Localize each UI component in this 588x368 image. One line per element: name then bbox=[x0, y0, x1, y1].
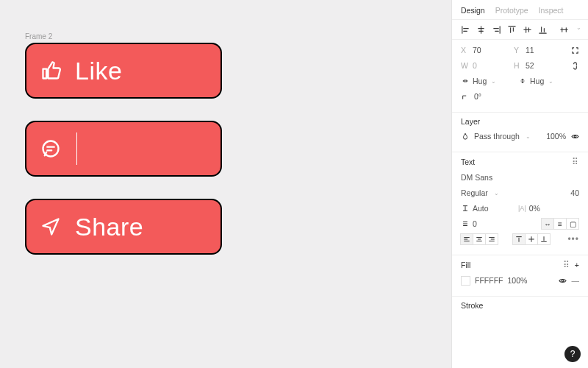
tab-inspect[interactable]: Inspect bbox=[539, 6, 564, 15]
y-label: Y bbox=[514, 46, 523, 54]
resize-h[interactable]: Hug bbox=[473, 77, 487, 85]
h-value[interactable]: 52 bbox=[526, 61, 534, 70]
resize-v[interactable]: Hug bbox=[530, 77, 544, 85]
align-tools: ⌄ bbox=[452, 20, 588, 40]
text-align-bottom-icon[interactable] bbox=[537, 233, 551, 245]
thumbs-up-icon bbox=[40, 60, 62, 82]
align-bottom-icon[interactable] bbox=[538, 24, 548, 35]
text-align-center-icon[interactable] bbox=[473, 233, 486, 245]
fill-hex[interactable]: FFFFFF bbox=[475, 276, 503, 285]
font-size[interactable]: 40 bbox=[570, 188, 579, 197]
x-label: X bbox=[461, 46, 470, 54]
like-card[interactable]: Like bbox=[25, 43, 222, 99]
x-value[interactable]: 70 bbox=[473, 46, 481, 54]
eye-icon[interactable] bbox=[570, 132, 579, 141]
abs-position-icon[interactable] bbox=[571, 46, 579, 54]
frame-section: X70 Y11 W0 H52 Hug⌄ Hug⌄ 0° bbox=[452, 40, 588, 113]
text-style-icon[interactable]: ⠿ bbox=[572, 157, 579, 167]
stroke-section: Stroke bbox=[452, 297, 588, 320]
align-right-icon[interactable] bbox=[492, 24, 501, 35]
w-label: W bbox=[461, 61, 470, 70]
y-value[interactable]: 11 bbox=[526, 46, 534, 54]
fill-opacity[interactable]: 100% bbox=[507, 276, 527, 285]
align-more-chevron[interactable]: ⌄ bbox=[576, 24, 581, 35]
like-label: Like bbox=[75, 57, 122, 85]
rotation-value[interactable]: 0° bbox=[474, 92, 481, 101]
fill-title: Fill bbox=[461, 261, 470, 269]
letter-spacing[interactable]: 0% bbox=[529, 204, 540, 213]
w-value[interactable]: 0 bbox=[473, 61, 477, 70]
fill-style-icon[interactable]: ⠿ bbox=[563, 260, 570, 270]
frame-label: Frame 2 bbox=[25, 32, 52, 40]
tab-prototype[interactable]: Prototype bbox=[495, 6, 528, 15]
text-align-left-icon[interactable] bbox=[460, 233, 473, 245]
resize-h-icon bbox=[461, 77, 470, 85]
plus-icon[interactable]: + bbox=[575, 261, 579, 269]
font-family[interactable]: DM Sans bbox=[461, 173, 492, 182]
font-weight[interactable]: Regular bbox=[461, 188, 488, 197]
text-align-v-group bbox=[513, 233, 551, 245]
chat-icon bbox=[40, 138, 62, 160]
align-hcenter-icon[interactable] bbox=[476, 24, 486, 35]
line-height[interactable]: Auto bbox=[473, 204, 489, 213]
auto-width-icon[interactable]: ↔ bbox=[541, 218, 554, 230]
distribute-icon[interactable] bbox=[559, 24, 569, 35]
resize-v-icon bbox=[518, 77, 527, 85]
chevron-down-icon[interactable]: ⌄ bbox=[491, 78, 496, 85]
eye-icon[interactable] bbox=[559, 276, 567, 285]
paper-plane-icon bbox=[40, 216, 62, 238]
text-align-right-icon[interactable] bbox=[485, 233, 498, 245]
text-align-h-group bbox=[461, 233, 498, 245]
remove-fill-icon[interactable]: — bbox=[572, 276, 580, 285]
fill-swatch[interactable] bbox=[461, 276, 470, 286]
panel-tabs: Design Prototype Inspect bbox=[452, 0, 588, 20]
chevron-down-icon[interactable]: ⌄ bbox=[548, 78, 553, 85]
paragraph-spacing[interactable]: 0 bbox=[473, 219, 477, 228]
auto-resize-group: ↔ ≡ ▢ bbox=[542, 218, 579, 230]
svg-point-1 bbox=[574, 135, 576, 138]
letter-spacing-icon: |A| bbox=[518, 205, 526, 212]
comment-card[interactable] bbox=[25, 121, 222, 177]
tab-design[interactable]: Design bbox=[461, 6, 485, 15]
blend-icon bbox=[461, 132, 470, 141]
line-height-icon bbox=[461, 204, 470, 213]
layer-title: Layer bbox=[461, 117, 480, 126]
align-top-icon[interactable] bbox=[507, 24, 517, 35]
auto-height-icon[interactable]: ≡ bbox=[553, 218, 567, 230]
share-label: Share bbox=[75, 213, 143, 241]
text-align-top-icon[interactable] bbox=[512, 233, 526, 245]
paragraph-spacing-icon bbox=[461, 219, 470, 228]
fill-section: Fill ⠿ + FFFFFF 100% — bbox=[452, 255, 588, 297]
design-panel: Design Prototype Inspect ⌄ X70 Y11 W0 H5… bbox=[451, 0, 588, 368]
text-more-icon[interactable]: ••• bbox=[567, 234, 579, 244]
svg-point-2 bbox=[562, 280, 564, 282]
chevron-down-icon[interactable]: ⌄ bbox=[526, 133, 531, 140]
stroke-title: Stroke bbox=[461, 301, 483, 310]
align-vcenter-icon[interactable] bbox=[523, 24, 532, 35]
constrain-icon[interactable] bbox=[571, 61, 579, 70]
help-button[interactable]: ? bbox=[564, 346, 581, 362]
text-cursor bbox=[76, 132, 77, 165]
text-section: Text⠿ DM Sans Regular⌄ 40 Auto |A|0% 0 ↔… bbox=[452, 152, 588, 255]
text-align-middle-icon[interactable] bbox=[525, 233, 538, 245]
blend-mode[interactable]: Pass through bbox=[474, 132, 520, 141]
align-left-icon[interactable] bbox=[461, 24, 470, 35]
share-card[interactable]: Share bbox=[25, 199, 222, 255]
text-title: Text bbox=[461, 158, 475, 166]
chevron-down-icon[interactable]: ⌄ bbox=[494, 190, 499, 197]
h-label: H bbox=[514, 61, 523, 70]
canvas[interactable]: Frame 2 Like Share bbox=[0, 0, 451, 368]
rotation-icon bbox=[461, 92, 470, 101]
layer-opacity[interactable]: 100% bbox=[546, 132, 566, 141]
fixed-size-icon[interactable]: ▢ bbox=[566, 218, 579, 230]
cards-frame[interactable]: Like Share bbox=[25, 43, 222, 255]
layer-section: Layer Pass through⌄ 100% bbox=[452, 113, 588, 152]
